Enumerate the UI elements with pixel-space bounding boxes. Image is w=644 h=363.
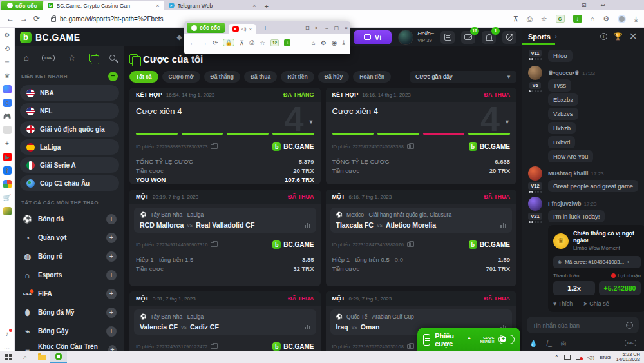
people-icon[interactable]: ⚙ xyxy=(321,39,327,46)
avatar[interactable] xyxy=(528,166,542,181)
sidebar-item-premier-league[interactable]: Giải vô địch quốc gia xyxy=(20,121,119,137)
profile-avatar[interactable]: ◉ xyxy=(332,39,337,46)
filter-open[interactable]: Cược mở xyxy=(162,71,200,83)
close-chat-icon[interactable]: ✕ xyxy=(629,30,638,43)
chevron-down-icon[interactable]: ▼ xyxy=(504,119,510,125)
youtube-tab[interactable]: ◁)× xyxy=(229,24,256,34)
bookmark-star-icon[interactable]: ☆ xyxy=(541,15,547,23)
people-icon[interactable]: ⚙ xyxy=(603,15,609,23)
maximize-icon[interactable]: ▢ xyxy=(334,25,339,31)
stats-icon[interactable] xyxy=(305,223,310,228)
filter-cashout[interactable]: Rút tiền xyxy=(281,71,314,83)
expand-plus-icon[interactable]: + xyxy=(106,233,117,243)
save-page-icon[interactable]: ⊼ xyxy=(240,39,244,46)
copy-icon[interactable] xyxy=(211,242,214,247)
sidebar-sport-tennis[interactable]: ◔Quần vợt+ xyxy=(20,228,119,247)
rain-icon[interactable]: 💧 xyxy=(529,340,537,347)
copy-icon[interactable] xyxy=(407,144,411,149)
mail-button[interactable]: 16 xyxy=(461,31,475,44)
sidebar-item-laliga[interactable]: LaLiga xyxy=(20,139,119,155)
sidebar-sport-basketball[interactable]: ◍Bóng rổ+ xyxy=(20,247,119,266)
gif-icon[interactable]: GIF xyxy=(625,340,636,346)
tab-bcgame[interactable]: b BC.Game: Crypto Casino Gan × xyxy=(43,1,164,10)
expand-plus-icon[interactable]: + xyxy=(106,289,117,299)
notifications-icon[interactable]: ⌂ xyxy=(591,15,595,23)
crown-icon[interactable]: ♛ xyxy=(3,72,12,80)
expand-plus-icon[interactable]: + xyxy=(106,308,117,318)
shopping-cart-icon[interactable]: 🛒 xyxy=(3,193,12,202)
sidebar-item-nfl[interactable]: NFL xyxy=(20,103,119,119)
coccoc-taskbar-icon[interactable] xyxy=(50,351,67,363)
bet-list-button[interactable] xyxy=(440,31,455,44)
download-extension-icon[interactable]: ↓ xyxy=(284,39,290,46)
newsfeed-icon[interactable]: ≣ xyxy=(3,58,12,66)
volume-icon[interactable]: ◁)) xyxy=(587,355,594,360)
restore-tab-icon[interactable]: ↩ xyxy=(600,2,605,8)
like-button[interactable]: ♥ Thích xyxy=(553,300,573,307)
bookmark-star-icon[interactable]: ☆ xyxy=(260,39,265,46)
filter-all[interactable]: Tất cả xyxy=(129,71,158,83)
search-icon[interactable] xyxy=(109,55,115,61)
messenger-icon[interactable] xyxy=(3,85,12,93)
expand-plus-icon[interactable]: + xyxy=(108,345,117,352)
wallet-button[interactable]: Ví xyxy=(354,30,392,44)
sidebar-sport-football[interactable]: ⚽Bóng đá+ xyxy=(20,210,119,228)
sidebar-sport-ice-hockey[interactable]: ⌐Khúc Côn Cầu Trên Băng+ xyxy=(20,340,119,351)
audio-playing-icon[interactable]: ◁) xyxy=(242,26,247,32)
display-icon[interactable] xyxy=(576,355,582,360)
facebook-icon[interactable]: f xyxy=(3,166,12,175)
reload-icon[interactable]: ⟳ xyxy=(213,39,218,46)
sort-dropdown[interactable]: Cược gần đây▼ xyxy=(410,71,516,83)
system-clock[interactable]: 5:23 CH14/01/2023 xyxy=(616,352,640,362)
close-tab-icon[interactable]: × xyxy=(252,3,256,9)
sidebar-sport-fifa[interactable]: FIFAFIFA+ xyxy=(20,284,119,303)
bet-slip-button[interactable]: Phiếu cược ▲ CƯỢC NHANH! xyxy=(417,328,520,351)
expand-plus-icon[interactable]: + xyxy=(106,214,117,224)
filter-lost[interactable]: Đã thua xyxy=(244,71,277,83)
colorful-app-icon[interactable] xyxy=(3,180,12,188)
tab-telegram[interactable]: ➤ Telegram Web × xyxy=(164,1,261,10)
chevron-right-icon[interactable]: › xyxy=(555,34,557,40)
taskbar-search-icon[interactable]: ⌕ xyxy=(17,351,33,363)
tray-chevron-icon[interactable]: ⌃ xyxy=(554,355,559,360)
avatar[interactable] xyxy=(528,66,542,80)
filter-won[interactable]: Đã thắng xyxy=(204,71,240,83)
pin-window-icon[interactable]: ⇤ xyxy=(316,25,320,31)
coccoc-menu-button[interactable]: cốc cốc xyxy=(1,1,43,10)
stats-icon[interactable] xyxy=(305,325,310,329)
sidebar-sport-esports[interactable]: ∩Esports+ xyxy=(20,266,119,284)
copy-icon[interactable] xyxy=(211,344,214,349)
sidebar-item-nba[interactable]: NBA xyxy=(20,85,119,101)
file-explorer-icon[interactable] xyxy=(33,351,50,363)
shared-win-card[interactable]: ♛ Chiến thắng có vị ngọt ngào!Limbo Wow … xyxy=(548,225,644,312)
more-icon[interactable]: … xyxy=(3,343,12,351)
expand-plus-icon[interactable]: + xyxy=(106,270,117,280)
notifications-icon[interactable]: ⌂ xyxy=(312,39,316,46)
home-icon[interactable]: ⌂ xyxy=(24,53,29,63)
coccoc-menu-button[interactable]: cốc cốc xyxy=(187,23,225,33)
tab-search-icon[interactable]: ⊡ xyxy=(582,2,587,8)
games-icon[interactable]: 🎮 xyxy=(3,112,12,121)
copy-icon[interactable] xyxy=(407,344,411,349)
close-window-icon[interactable]: × xyxy=(345,25,348,31)
copy-icon[interactable] xyxy=(211,144,214,149)
avatar[interactable] xyxy=(528,197,542,211)
back-icon[interactable]: ← xyxy=(189,39,196,46)
slash-command-icon[interactable]: /_ xyxy=(546,340,551,347)
mini-browser-window[interactable]: cốc cốc ◁)× + ⊡ ⇤ – ▢ × ← → ⟳ 🔒 ⊼ ⎙ ☆ 12… xyxy=(184,21,350,54)
expand-plus-icon[interactable]: + xyxy=(106,326,117,337)
youtube-icon[interactable]: ▶ xyxy=(3,153,12,161)
cloud-app-icon[interactable]: c xyxy=(3,99,12,107)
expand-plus-icon[interactable]: + xyxy=(106,251,117,262)
chat-username[interactable]: Ffnsjuvziwb17:23 xyxy=(548,201,597,207)
add-shortcut-icon[interactable]: + xyxy=(3,139,12,148)
copy-icon[interactable] xyxy=(407,242,411,247)
forward-icon[interactable]: → xyxy=(201,39,207,46)
chat-username[interactable]: ♛•quccu•♛17:23 xyxy=(548,70,595,76)
minimize-icon[interactable]: – xyxy=(325,25,328,31)
new-tab-button[interactable]: + xyxy=(263,25,267,32)
language-indicator[interactable]: ENG xyxy=(600,355,611,360)
rail-bell-icon[interactable]: ♪ xyxy=(3,329,12,338)
bet-code-link[interactable]: ◈Mã cược: #1049341083...› xyxy=(553,256,641,268)
game-shortcut-icon[interactable] xyxy=(3,207,12,215)
